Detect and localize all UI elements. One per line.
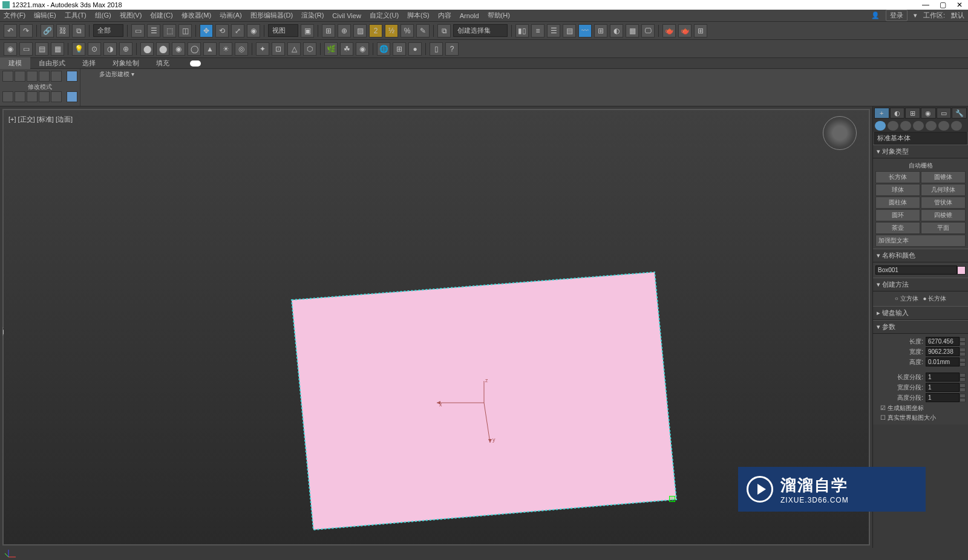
tb2-btn-6[interactable]: ⊙ bbox=[88, 42, 101, 56]
menu-customize[interactable]: 自定义(U) bbox=[370, 11, 399, 20]
viewcube[interactable] bbox=[823, 116, 857, 150]
obj-torus[interactable]: 圆环 bbox=[875, 209, 920, 221]
obj-cone[interactable]: 圆锥体 bbox=[921, 171, 966, 183]
selection-handle[interactable] bbox=[669, 496, 675, 502]
plane-object[interactable]: x z y bbox=[4, 110, 778, 544]
tb2-btn-8[interactable]: ⊕ bbox=[119, 42, 132, 56]
maximize-button[interactable]: ▢ bbox=[934, 0, 951, 10]
poly-model-dropdown[interactable]: 多边形建模 ▾ bbox=[80, 69, 153, 106]
gen-mapping-check[interactable]: ☑ 生成贴图坐标 bbox=[875, 403, 966, 413]
poly-btn-8[interactable] bbox=[27, 91, 38, 102]
selection-filter[interactable]: 全部 bbox=[93, 24, 123, 37]
menu-civilview[interactable]: Civil View bbox=[332, 12, 361, 19]
cone-icon[interactable]: ▲ bbox=[203, 42, 217, 56]
edit-named-sel-button[interactable]: ✎ bbox=[416, 24, 430, 37]
align-button[interactable]: ≡ bbox=[531, 24, 544, 37]
menu-tools[interactable]: 工具(T) bbox=[65, 11, 87, 20]
sphere-icon[interactable]: ⬤ bbox=[156, 42, 169, 56]
display-tab[interactable]: ▭ bbox=[937, 108, 952, 119]
lights-subtab[interactable] bbox=[900, 121, 911, 131]
layer-explorer-button[interactable]: ☰ bbox=[547, 24, 560, 37]
rollout-creation-method[interactable]: ▾ 创建方法 bbox=[873, 278, 968, 291]
ribbon-expand-toggle[interactable] bbox=[190, 60, 201, 67]
percent-snap-button[interactable]: ½ bbox=[385, 24, 398, 37]
mirror-button[interactable]: ▮▯ bbox=[515, 24, 529, 37]
render-iterative-button[interactable]: 🫖 bbox=[678, 24, 692, 37]
spinner-snap-button[interactable]: % bbox=[401, 24, 414, 37]
obj-box[interactable]: 长方体 bbox=[875, 171, 920, 183]
render-frame-button[interactable]: 🖵 bbox=[641, 24, 655, 37]
manipulate-button[interactable]: ⊞ bbox=[322, 24, 335, 37]
tab-freeform[interactable]: 自由形式 bbox=[30, 57, 74, 69]
category-dropdown[interactable]: 标准基本体 bbox=[874, 132, 967, 145]
obj-geosphere[interactable]: 几何球体 bbox=[921, 184, 966, 196]
poly-btn-2[interactable] bbox=[15, 71, 25, 82]
sun-icon[interactable]: ☀ bbox=[219, 42, 232, 56]
bind-button[interactable]: ⧉ bbox=[72, 24, 85, 37]
helpers-subtab[interactable] bbox=[926, 121, 937, 131]
cylinder-icon[interactable]: ⬤ bbox=[140, 42, 154, 56]
rollout-parameters[interactable]: ▾ 参数 bbox=[873, 320, 968, 334]
tb2-btn-16[interactable]: ✦ bbox=[256, 42, 269, 56]
menu-modifier[interactable]: 修改器(M) bbox=[182, 11, 212, 20]
render-production-button[interactable]: 🫖 bbox=[662, 24, 676, 37]
menu-edit[interactable]: 编辑(E) bbox=[34, 11, 56, 20]
select-place-button[interactable]: ◉ bbox=[247, 24, 260, 37]
tb2-btn-25[interactable]: ● bbox=[408, 42, 422, 56]
material-editor-button[interactable]: ◐ bbox=[610, 24, 623, 37]
menu-arnold[interactable]: Arnold bbox=[460, 12, 479, 19]
length-input[interactable] bbox=[926, 337, 960, 346]
undo-button[interactable]: ↶ bbox=[4, 24, 17, 37]
tab-selection[interactable]: 选择 bbox=[74, 57, 104, 69]
menu-help[interactable]: 帮助(H) bbox=[488, 11, 510, 20]
menu-file[interactable]: 文件(F) bbox=[4, 11, 25, 20]
width-input[interactable] bbox=[926, 347, 960, 356]
menu-script[interactable]: 脚本(S) bbox=[407, 11, 430, 20]
ref-coord-dropdown[interactable]: 视图 bbox=[268, 24, 298, 37]
select-move-button[interactable]: ✥ bbox=[200, 24, 213, 37]
snap-toggle-button[interactable]: ▨ bbox=[353, 24, 367, 37]
geometry-subtab[interactable] bbox=[875, 121, 886, 131]
tb2-btn-4[interactable]: ▦ bbox=[51, 42, 64, 56]
utilities-tab[interactable]: 🔧 bbox=[952, 108, 967, 119]
schematic-view-button[interactable]: ⊞ bbox=[594, 24, 607, 37]
pivot-center-button[interactable]: ▣ bbox=[301, 24, 314, 37]
select-scale-button[interactable]: ⤢ bbox=[231, 24, 244, 37]
menu-animation[interactable]: 动画(A) bbox=[220, 11, 242, 20]
spacewarps-subtab[interactable] bbox=[938, 121, 949, 131]
tb2-btn-22[interactable]: ◉ bbox=[356, 42, 369, 56]
link-button[interactable]: 🔗 bbox=[41, 24, 54, 37]
keyboard-shortcut-button[interactable]: ⊕ bbox=[338, 24, 351, 37]
poly-toggle-top[interactable] bbox=[67, 71, 77, 82]
menu-group[interactable]: 组(G) bbox=[95, 11, 111, 20]
shapes-subtab[interactable] bbox=[888, 121, 898, 131]
rollout-name-color[interactable]: ▾ 名称和颜色 bbox=[873, 249, 968, 262]
window-crossing-button[interactable]: ◫ bbox=[178, 24, 192, 37]
height-segs-input[interactable] bbox=[926, 393, 960, 402]
length-segs-input[interactable] bbox=[926, 373, 960, 382]
toggle-ribbon-button[interactable]: ▤ bbox=[563, 24, 576, 37]
named-sel-set-button[interactable]: ⧉ bbox=[437, 24, 451, 37]
light-button[interactable]: 💡 bbox=[72, 42, 85, 56]
object-name-input[interactable] bbox=[875, 265, 957, 275]
menu-view[interactable]: 视图(V) bbox=[120, 11, 142, 20]
radio-cube[interactable]: ○ 立方体 bbox=[895, 295, 918, 303]
poly-toggle-bottom[interactable] bbox=[67, 91, 77, 102]
rollout-keyboard-entry[interactable]: ▸ 键盘输入 bbox=[873, 306, 968, 320]
tb2-btn-1[interactable]: ◉ bbox=[4, 42, 17, 56]
poly-btn-10[interactable] bbox=[51, 91, 62, 102]
tab-modeling[interactable]: 建模 bbox=[0, 57, 30, 69]
render-a360-button[interactable]: ⊞ bbox=[694, 24, 707, 37]
curve-editor-button[interactable]: 〰 bbox=[578, 24, 592, 37]
tb2-btn-26[interactable]: ▯ bbox=[430, 42, 443, 56]
tb2-btn-2[interactable]: ▭ bbox=[19, 42, 33, 56]
cameras-subtab[interactable] bbox=[913, 121, 924, 131]
rollout-object-type[interactable]: ▾ 对象类型 bbox=[873, 145, 968, 158]
obj-pyramid[interactable]: 四棱锥 bbox=[921, 209, 966, 221]
menu-create[interactable]: 创建(C) bbox=[150, 11, 172, 20]
tb2-btn-7[interactable]: ◑ bbox=[103, 42, 117, 56]
tb2-btn-24[interactable]: ⊞ bbox=[393, 42, 406, 56]
ring-icon[interactable]: ◎ bbox=[235, 42, 248, 56]
poly-btn-4[interactable] bbox=[39, 71, 50, 82]
torus-icon[interactable]: ◯ bbox=[188, 42, 201, 56]
